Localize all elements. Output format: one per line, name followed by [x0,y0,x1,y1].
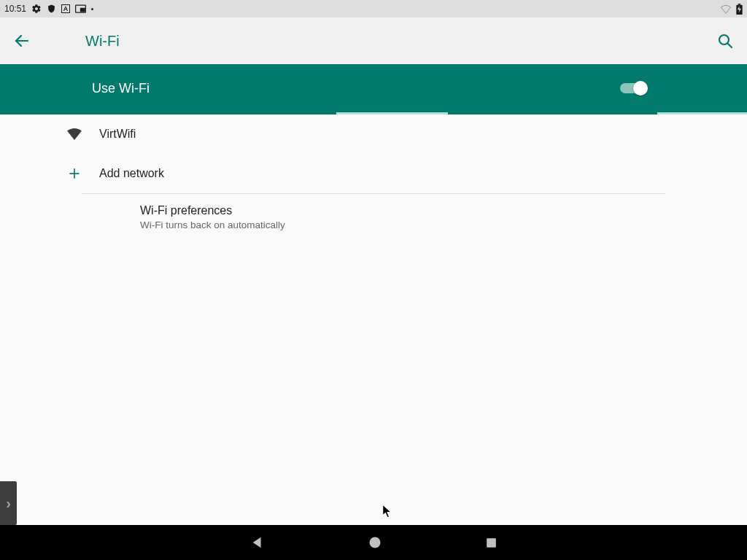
search-button[interactable] [716,32,734,50]
wifi-preferences-subtitle: Wi-Fi turns back on automatically [140,219,747,230]
nav-recent-button[interactable] [484,536,498,550]
navigation-bar [0,525,747,560]
wifi-preferences-row[interactable]: Wi-Fi preferences Wi-Fi turns back on au… [0,194,747,241]
drawer-handle[interactable]: › [0,481,17,525]
status-bar: 10:51 A [0,0,747,18]
use-wifi-toggle[interactable] [620,81,645,96]
chevron-right-icon: › [6,495,11,512]
nav-home-button[interactable] [368,535,382,550]
svg-line-7 [727,43,732,47]
battery-charging-icon [736,4,743,15]
mouse-cursor [382,505,392,519]
svg-point-10 [369,537,380,548]
nav-back-button[interactable] [249,534,266,551]
add-network-row[interactable]: Add network [0,154,747,193]
wifi-signal-icon [66,125,83,143]
wifi-network-row[interactable]: VirtWifi [0,114,747,154]
add-network-label: Add network [99,167,164,180]
page-title: Wi-Fi [85,33,120,50]
app-bar: Wi-Fi [0,18,747,64]
use-wifi-banner[interactable]: Use Wi-Fi [0,64,747,112]
status-time: 10:51 [4,4,26,14]
wifi-network-ssid: VirtWifi [99,128,136,141]
shield-icon [47,4,56,14]
back-button[interactable] [13,32,31,50]
svg-rect-1 [81,8,85,11]
picture-in-picture-icon [75,4,86,13]
dot-icon [91,8,93,10]
network-list: VirtWifi Add network Wi-Fi preferences W… [0,114,747,241]
svg-rect-3 [738,4,740,5]
wifi-outline-icon [720,4,732,14]
wifi-preferences-title: Wi-Fi preferences [140,204,747,217]
svg-rect-11 [487,538,496,548]
a-box-icon: A [61,4,70,13]
gear-icon [31,4,42,14]
use-wifi-label: Use Wi-Fi [92,81,150,96]
plus-icon [66,165,83,182]
